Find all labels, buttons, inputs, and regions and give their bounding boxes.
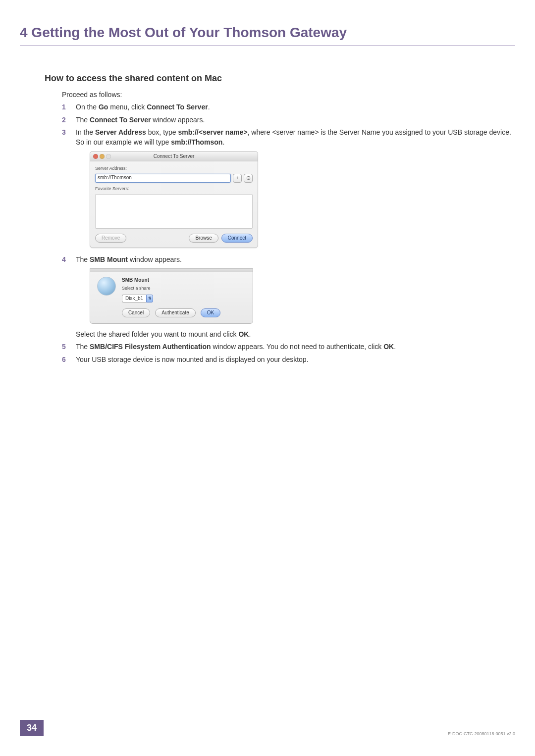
authenticate-button[interactable]: Authenticate	[155, 308, 196, 317]
favorite-servers-list[interactable]	[95, 194, 253, 229]
globe-icon	[97, 277, 116, 296]
share-value: Disk_b1	[122, 295, 146, 302]
chapter-number: 4	[20, 25, 28, 40]
step-2: 2 The Connect To Server window appears.	[62, 115, 515, 125]
step-1: 1 On the Go menu, click Connect To Serve…	[62, 102, 515, 112]
cancel-button[interactable]: Cancel	[122, 308, 150, 317]
step-4: 4 The SMB Mount window appears. SMB Moun…	[62, 255, 515, 340]
ok-button[interactable]: OK	[201, 308, 220, 317]
step-number: 6	[62, 355, 76, 365]
connect-button[interactable]: Connect	[221, 234, 253, 243]
step-3: 3 In the Server Address box, type smb://…	[62, 128, 515, 252]
step-number: 3	[62, 128, 76, 138]
browse-button[interactable]: Browse	[189, 234, 218, 243]
intro-text: Proceed as follows:	[62, 91, 515, 99]
section-title: How to access the shared content on Mac	[45, 73, 515, 84]
step-number: 5	[62, 342, 76, 352]
document-id: E-DOC-CTC-20080118-0051 v2.0	[448, 731, 515, 736]
add-button[interactable]: +	[233, 174, 242, 183]
chevron-updown-icon: ⇅	[146, 295, 153, 302]
remove-button[interactable]: Remove	[95, 234, 126, 243]
favorite-servers-label: Favorite Servers:	[95, 186, 253, 192]
window-titlebar: Connect To Server	[90, 151, 258, 161]
chapter-title-text: Getting the Most Out of Your Thomson Gat…	[31, 25, 347, 40]
server-address-label: Server Address:	[95, 165, 253, 172]
history-button[interactable]: ⊙	[244, 174, 253, 183]
page-number: 34	[20, 720, 44, 736]
server-address-input[interactable]: smb://Thomson	[95, 174, 231, 183]
step-5: 5 The SMB/CIFS Filesystem Authentication…	[62, 342, 515, 352]
step-number: 2	[62, 115, 76, 125]
share-select[interactable]: Disk_b1 ⇅	[122, 295, 153, 302]
steps-list: 1 On the Go menu, click Connect To Serve…	[62, 102, 515, 365]
step-number: 4	[62, 255, 76, 265]
clock-icon: ⊙	[246, 174, 251, 182]
smb-subtitle: Select a share	[122, 285, 153, 292]
window-title: Connect To Server	[90, 153, 258, 160]
step-6: 6 Your USB storage device is now mounted…	[62, 355, 515, 365]
connect-to-server-window: Connect To Server Server Address: smb://…	[90, 151, 258, 248]
step-number: 1	[62, 102, 76, 112]
smb-title: SMB Mount	[122, 277, 153, 284]
chapter-title: 4 Getting the Most Out of Your Thomson G…	[20, 25, 515, 46]
page-footer: 34 E-DOC-CTC-20080118-0051 v2.0	[0, 720, 535, 736]
smb-mount-window: SMB Mount Select a share Disk_b1 ⇅ Cance…	[90, 268, 253, 324]
